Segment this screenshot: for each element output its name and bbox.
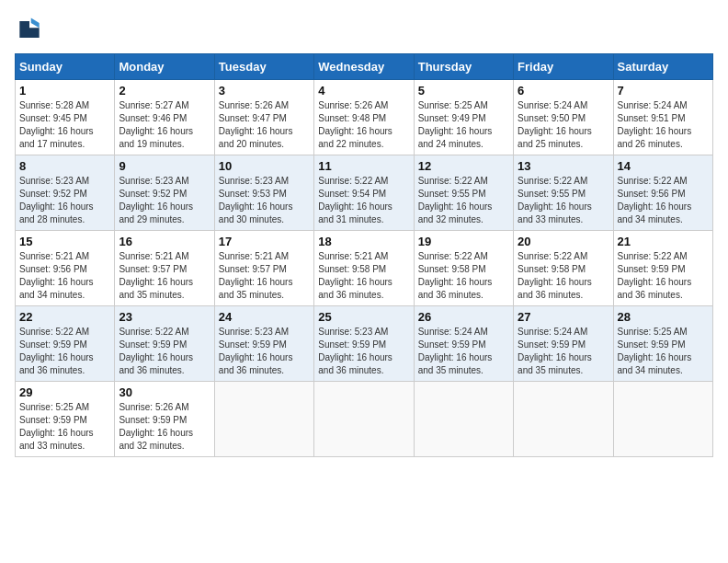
day-number: 26 (418, 310, 509, 324)
day-number: 10 (219, 159, 310, 173)
day-info: Sunrise: 5:21 AMSunset: 9:58 PMDaylight:… (318, 250, 409, 302)
day-number: 30 (119, 385, 210, 399)
day-info: Sunrise: 5:28 AMSunset: 9:45 PMDaylight:… (19, 99, 110, 151)
day-info: Sunrise: 5:21 AMSunset: 9:57 PMDaylight:… (119, 250, 210, 302)
calendar-cell: 22Sunrise: 5:22 AMSunset: 9:59 PMDayligh… (16, 306, 115, 382)
calendar-cell: 6Sunrise: 5:24 AMSunset: 9:50 PMDaylight… (514, 80, 613, 155)
day-info: Sunrise: 5:26 AMSunset: 9:59 PMDaylight:… (119, 401, 210, 453)
calendar-week-row: 29Sunrise: 5:25 AMSunset: 9:59 PMDayligh… (16, 382, 713, 457)
calendar-week-row: 1Sunrise: 5:28 AMSunset: 9:45 PMDaylight… (16, 80, 713, 155)
day-number: 23 (119, 310, 210, 324)
day-number: 14 (618, 159, 709, 173)
day-info: Sunrise: 5:22 AMSunset: 9:58 PMDaylight:… (518, 250, 609, 302)
calendar-cell: 26Sunrise: 5:24 AMSunset: 9:59 PMDayligh… (414, 306, 513, 382)
day-number: 20 (518, 235, 609, 248)
day-number: 12 (418, 159, 509, 173)
day-number: 17 (219, 235, 310, 248)
day-info: Sunrise: 5:27 AMSunset: 9:46 PMDaylight:… (119, 99, 210, 151)
calendar-cell: 14Sunrise: 5:22 AMSunset: 9:56 PMDayligh… (613, 155, 712, 231)
day-info: Sunrise: 5:21 AMSunset: 9:56 PMDaylight:… (19, 250, 110, 302)
calendar-cell (613, 382, 712, 457)
calendar-cell: 28Sunrise: 5:25 AMSunset: 9:59 PMDayligh… (613, 306, 712, 382)
day-info: Sunrise: 5:23 AMSunset: 9:52 PMDaylight:… (19, 175, 110, 226)
calendar-cell: 9Sunrise: 5:23 AMSunset: 9:52 PMDaylight… (115, 155, 214, 231)
day-info: Sunrise: 5:24 AMSunset: 9:50 PMDaylight:… (518, 99, 609, 151)
calendar-cell: 25Sunrise: 5:23 AMSunset: 9:59 PMDayligh… (314, 306, 414, 382)
day-number: 19 (418, 235, 509, 248)
weekday-header: Sunday (16, 54, 115, 80)
logo (15, 15, 48, 44)
calendar-cell (414, 382, 513, 457)
calendar-cell: 29Sunrise: 5:25 AMSunset: 9:59 PMDayligh… (16, 382, 115, 457)
day-number: 9 (119, 159, 210, 173)
day-number: 24 (219, 310, 310, 324)
day-info: Sunrise: 5:22 AMSunset: 9:55 PMDaylight:… (518, 175, 609, 226)
calendar-cell (214, 382, 313, 457)
calendar-cell (514, 382, 613, 457)
weekday-header: Wednesday (314, 54, 414, 80)
calendar-cell: 24Sunrise: 5:23 AMSunset: 9:59 PMDayligh… (214, 306, 313, 382)
calendar-cell: 15Sunrise: 5:21 AMSunset: 9:56 PMDayligh… (16, 231, 115, 306)
calendar-cell: 1Sunrise: 5:28 AMSunset: 9:45 PMDaylight… (16, 80, 115, 155)
calendar-cell: 10Sunrise: 5:23 AMSunset: 9:53 PMDayligh… (214, 155, 313, 231)
weekday-header: Tuesday (214, 54, 313, 80)
day-number: 6 (518, 84, 609, 98)
calendar-cell: 13Sunrise: 5:22 AMSunset: 9:55 PMDayligh… (514, 155, 613, 231)
day-info: Sunrise: 5:22 AMSunset: 9:59 PMDaylight:… (19, 326, 110, 377)
day-info: Sunrise: 5:22 AMSunset: 9:54 PMDaylight:… (318, 175, 409, 226)
calendar-week-row: 15Sunrise: 5:21 AMSunset: 9:56 PMDayligh… (16, 231, 713, 306)
calendar-table: SundayMondayTuesdayWednesdayThursdayFrid… (15, 53, 713, 457)
calendar-cell: 17Sunrise: 5:21 AMSunset: 9:57 PMDayligh… (214, 231, 313, 306)
weekday-header: Monday (115, 54, 214, 80)
page-header (15, 15, 713, 44)
day-number: 7 (618, 84, 709, 98)
calendar-cell: 7Sunrise: 5:24 AMSunset: 9:51 PMDaylight… (613, 80, 712, 155)
calendar-cell: 16Sunrise: 5:21 AMSunset: 9:57 PMDayligh… (115, 231, 214, 306)
calendar-cell: 21Sunrise: 5:22 AMSunset: 9:59 PMDayligh… (613, 231, 712, 306)
calendar-cell: 30Sunrise: 5:26 AMSunset: 9:59 PMDayligh… (115, 382, 214, 457)
day-number: 29 (19, 385, 110, 399)
calendar-cell: 5Sunrise: 5:25 AMSunset: 9:49 PMDaylight… (414, 80, 513, 155)
calendar-cell: 8Sunrise: 5:23 AMSunset: 9:52 PMDaylight… (16, 155, 115, 231)
day-info: Sunrise: 5:22 AMSunset: 9:59 PMDaylight:… (119, 326, 210, 377)
day-info: Sunrise: 5:23 AMSunset: 9:59 PMDaylight:… (318, 326, 409, 377)
calendar-cell: 20Sunrise: 5:22 AMSunset: 9:58 PMDayligh… (514, 231, 613, 306)
day-info: Sunrise: 5:23 AMSunset: 9:59 PMDaylight:… (219, 326, 310, 377)
day-number: 8 (19, 159, 110, 173)
day-number: 21 (618, 235, 709, 248)
day-info: Sunrise: 5:26 AMSunset: 9:48 PMDaylight:… (318, 99, 409, 151)
day-info: Sunrise: 5:21 AMSunset: 9:57 PMDaylight:… (219, 250, 310, 302)
day-number: 4 (318, 84, 409, 98)
day-number: 1 (19, 84, 110, 98)
day-info: Sunrise: 5:23 AMSunset: 9:53 PMDaylight:… (219, 175, 310, 226)
day-number: 28 (618, 310, 709, 324)
calendar-cell: 12Sunrise: 5:22 AMSunset: 9:55 PMDayligh… (414, 155, 513, 231)
weekday-header: Friday (514, 54, 613, 80)
day-number: 25 (318, 310, 409, 324)
day-info: Sunrise: 5:25 AMSunset: 9:59 PMDaylight:… (19, 401, 110, 453)
day-number: 18 (318, 235, 409, 248)
day-number: 16 (119, 235, 210, 248)
calendar-cell: 4Sunrise: 5:26 AMSunset: 9:48 PMDaylight… (314, 80, 414, 155)
day-number: 11 (318, 159, 409, 173)
day-info: Sunrise: 5:25 AMSunset: 9:49 PMDaylight:… (418, 99, 509, 151)
logo-icon (15, 15, 44, 44)
day-number: 15 (19, 235, 110, 248)
day-info: Sunrise: 5:24 AMSunset: 9:59 PMDaylight:… (418, 326, 509, 377)
calendar-cell (314, 382, 414, 457)
day-info: Sunrise: 5:22 AMSunset: 9:56 PMDaylight:… (618, 175, 709, 226)
weekday-header: Saturday (613, 54, 712, 80)
day-number: 3 (219, 84, 310, 98)
day-info: Sunrise: 5:23 AMSunset: 9:52 PMDaylight:… (119, 175, 210, 226)
calendar-cell: 3Sunrise: 5:26 AMSunset: 9:47 PMDaylight… (214, 80, 313, 155)
weekday-header: Thursday (414, 54, 513, 80)
calendar-week-row: 8Sunrise: 5:23 AMSunset: 9:52 PMDaylight… (16, 155, 713, 231)
calendar-cell: 18Sunrise: 5:21 AMSunset: 9:58 PMDayligh… (314, 231, 414, 306)
calendar-cell: 2Sunrise: 5:27 AMSunset: 9:46 PMDaylight… (115, 80, 214, 155)
calendar-cell: 19Sunrise: 5:22 AMSunset: 9:58 PMDayligh… (414, 231, 513, 306)
day-info: Sunrise: 5:22 AMSunset: 9:55 PMDaylight:… (418, 175, 509, 226)
day-info: Sunrise: 5:22 AMSunset: 9:58 PMDaylight:… (418, 250, 509, 302)
day-info: Sunrise: 5:22 AMSunset: 9:59 PMDaylight:… (618, 250, 709, 302)
day-info: Sunrise: 5:24 AMSunset: 9:51 PMDaylight:… (618, 99, 709, 151)
day-number: 2 (119, 84, 210, 98)
